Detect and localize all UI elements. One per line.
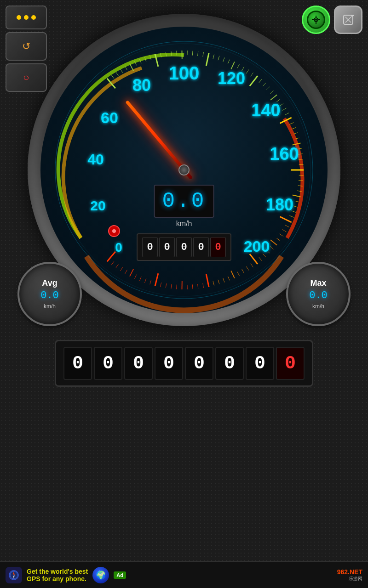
compass-icon <box>8 570 19 581</box>
svg-line-95 <box>177 285 177 289</box>
ad-sub-text: GPS for any phone. <box>27 575 88 582</box>
rotate-icon <box>341 12 356 27</box>
svg-line-33 <box>228 60 230 64</box>
svg-line-109 <box>107 252 115 261</box>
odometer-large: 0 0 0 0 0 0 0 0 <box>55 340 313 387</box>
gps-indicator-dot <box>112 229 116 233</box>
gps-icon <box>311 15 321 25</box>
svg-text:20: 20 <box>90 198 105 213</box>
svg-text:120: 120 <box>218 69 245 88</box>
svg-line-108 <box>111 261 114 265</box>
svg-line-66 <box>293 206 297 207</box>
svg-line-82 <box>242 269 244 273</box>
svg-line-47 <box>282 108 287 110</box>
svg-line-83 <box>237 272 240 276</box>
max-value: 0.0 <box>309 290 328 301</box>
odo-large-d2: 0 <box>94 347 122 380</box>
svg-line-68 <box>289 215 293 217</box>
svg-line-100 <box>150 280 151 285</box>
odo-large-d4: 0 <box>155 347 183 380</box>
watermark-sub: 乐游网 <box>349 576 362 582</box>
svg-line-23 <box>177 51 177 56</box>
svg-text:0: 0 <box>115 240 122 254</box>
avg-value: 0.0 <box>40 290 59 301</box>
svg-line-74 <box>270 240 277 245</box>
ad-icon <box>6 567 22 583</box>
rotate-button[interactable] <box>334 6 362 34</box>
svg-text:100: 100 <box>169 63 200 83</box>
menu-dot-1 <box>17 15 21 20</box>
svg-line-35 <box>237 64 240 68</box>
svg-line-90 <box>203 283 204 288</box>
svg-line-10 <box>111 75 114 79</box>
svg-line-38 <box>251 73 253 76</box>
watermark-logo: 962.NET <box>337 568 362 576</box>
menu-button[interactable] <box>6 6 47 29</box>
svg-line-34 <box>231 62 235 69</box>
max-label: Max <box>310 278 326 288</box>
svg-text:160: 160 <box>270 144 299 164</box>
svg-line-78 <box>259 257 262 261</box>
svg-line-80 <box>251 264 253 267</box>
svg-line-32 <box>223 57 224 62</box>
svg-line-89 <box>206 274 209 287</box>
svg-line-40 <box>259 79 262 83</box>
svg-text:180: 180 <box>266 195 293 214</box>
ad-badge: Ad <box>114 571 126 579</box>
gps-inner <box>307 11 325 29</box>
odo-small-d4: 0 <box>193 237 209 257</box>
odo-small-d3: 0 <box>176 237 192 257</box>
svg-line-81 <box>246 266 248 270</box>
svg-line-106 <box>120 267 122 271</box>
digital-speed-display: 0.0 km/h <box>154 185 214 228</box>
svg-line-87 <box>218 280 219 284</box>
svg-text:40: 40 <box>87 151 104 168</box>
svg-line-97 <box>166 283 167 288</box>
svg-line-43 <box>270 90 273 94</box>
record-button[interactable]: ○ <box>6 63 47 92</box>
svg-line-99 <box>155 273 158 286</box>
svg-line-26 <box>192 51 193 56</box>
svg-line-107 <box>116 264 119 268</box>
svg-line-96 <box>171 284 172 289</box>
svg-line-29 <box>206 53 209 66</box>
svg-line-75 <box>270 246 273 249</box>
svg-point-5 <box>315 19 317 21</box>
refresh-button[interactable]: ↺ <box>6 32 47 61</box>
odo-large-d7: 0 <box>246 347 274 380</box>
speed-value: 0.0 <box>154 185 214 218</box>
svg-line-105 <box>125 270 127 274</box>
svg-line-64 <box>293 195 301 197</box>
svg-line-69 <box>280 217 292 222</box>
svg-line-44 <box>270 95 277 100</box>
svg-line-50 <box>289 123 293 124</box>
svg-line-51 <box>292 128 296 130</box>
svg-line-88 <box>213 281 214 286</box>
odo-small-d1: 0 <box>142 237 158 257</box>
svg-line-14 <box>130 63 133 71</box>
avg-unit: km/h <box>44 303 56 310</box>
svg-line-84 <box>231 271 235 278</box>
gps-button[interactable] <box>302 6 330 34</box>
svg-line-86 <box>223 278 224 282</box>
svg-line-48 <box>285 113 289 115</box>
svg-line-79 <box>250 254 258 264</box>
odo-small-d5: 0 <box>210 237 226 257</box>
svg-line-72 <box>280 234 283 237</box>
odometer-small: 0 0 0 0 0 <box>137 233 231 261</box>
svg-line-70 <box>285 225 289 227</box>
svg-text:140: 140 <box>251 101 280 120</box>
svg-line-98 <box>161 283 161 287</box>
svg-line-85 <box>228 276 230 280</box>
ad-banner[interactable]: Get the world's best GPS for any phone. … <box>0 561 368 588</box>
svg-line-102 <box>139 277 141 281</box>
speed-unit: km/h <box>176 220 192 228</box>
odo-large-d5: 0 <box>185 347 213 380</box>
speedometer-face: 100 80 60 40 20 0 120 140 160 180 200 <box>40 27 328 313</box>
svg-text:200: 200 <box>244 237 270 255</box>
watermark-block: 962.NET 乐游网 <box>337 568 362 582</box>
max-unit: km/h <box>312 303 324 310</box>
odo-small-d2: 0 <box>159 237 175 257</box>
svg-line-65 <box>295 201 299 202</box>
svg-line-73 <box>276 238 280 241</box>
